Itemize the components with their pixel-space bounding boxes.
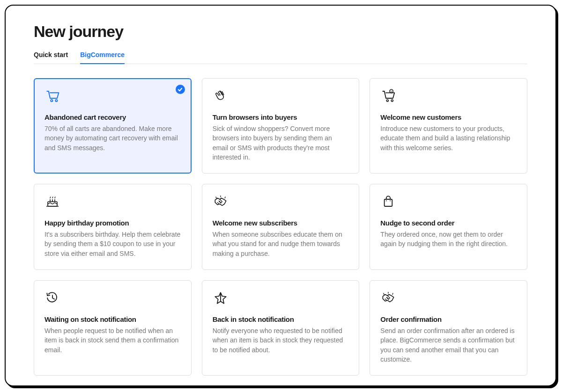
card-waiting-on-stock-notification[interactable]: Waiting on stock notification When peopl… [34, 280, 192, 376]
card-order-confirmation[interactable]: Order confirmation Send an order confirm… [370, 280, 527, 376]
cart-icon [44, 89, 181, 105]
card-title: Abandoned cart recovery [44, 113, 181, 121]
card-nudge-to-second-order[interactable]: Nudge to second order They ordered once,… [370, 184, 527, 270]
card-description: Sick of window shoppers? Convert more br… [213, 124, 349, 162]
card-description: Send an order confirmation after an orde… [380, 326, 517, 364]
handshake-icon [213, 195, 349, 211]
card-title: Nudge to second order [380, 219, 517, 227]
card-title: Back in stock notification [213, 315, 349, 323]
card-welcome-new-customers[interactable]: Welcome new customers Introduce new cust… [370, 78, 527, 174]
wave-icon [213, 89, 349, 105]
cart-smile-icon [380, 89, 517, 105]
card-title: Turn browsers into buyers [213, 113, 349, 121]
card-description: When someone subscribes educate them on … [213, 230, 349, 258]
selected-badge [176, 85, 185, 94]
bag-icon [380, 195, 517, 211]
card-description: Notify everyone who requested to be noti… [213, 326, 349, 355]
card-description: They ordered once, now get them to order… [380, 230, 517, 249]
check-icon [177, 87, 183, 92]
app-frame: New journey Quick start BigCommerce Aban… [5, 5, 556, 386]
star-icon [213, 291, 349, 307]
card-back-in-stock-notification[interactable]: Back in stock notification Notify everyo… [202, 280, 360, 376]
tab-quick-start[interactable]: Quick start [34, 51, 68, 64]
card-description: It's a subscribers birthday. Help them c… [44, 230, 181, 258]
card-happy-birthday-promotion[interactable]: Happy birthday promotion It's a subscrib… [34, 184, 192, 270]
card-welcome-new-subscribers[interactable]: Welcome new subscribers When someone sub… [202, 184, 360, 270]
page-title: New journey [34, 22, 527, 41]
journey-template-grid: Abandoned cart recovery 70% of all carts… [34, 78, 527, 376]
card-title: Waiting on stock notification [44, 315, 181, 323]
clock-back-icon [44, 291, 181, 307]
card-turn-browsers-into-buyers[interactable]: Turn browsers into buyers Sick of window… [202, 78, 360, 174]
card-description: Introduce new customers to your products… [380, 124, 517, 152]
card-title: Welcome new subscribers [213, 219, 349, 227]
journey-type-tabs: Quick start BigCommerce [34, 51, 527, 64]
card-title: Order confirmation [380, 315, 517, 323]
card-title: Welcome new customers [380, 113, 517, 121]
card-description: When people request to be notified when … [44, 326, 181, 355]
card-abandoned-cart-recovery[interactable]: Abandoned cart recovery 70% of all carts… [34, 78, 192, 174]
cake-icon [44, 195, 181, 211]
card-description: 70% of all carts are abandoned. Make mor… [44, 124, 181, 152]
card-title: Happy birthday promotion [44, 219, 181, 227]
tab-bigcommerce[interactable]: BigCommerce [80, 51, 125, 64]
handshake-icon [380, 291, 517, 307]
